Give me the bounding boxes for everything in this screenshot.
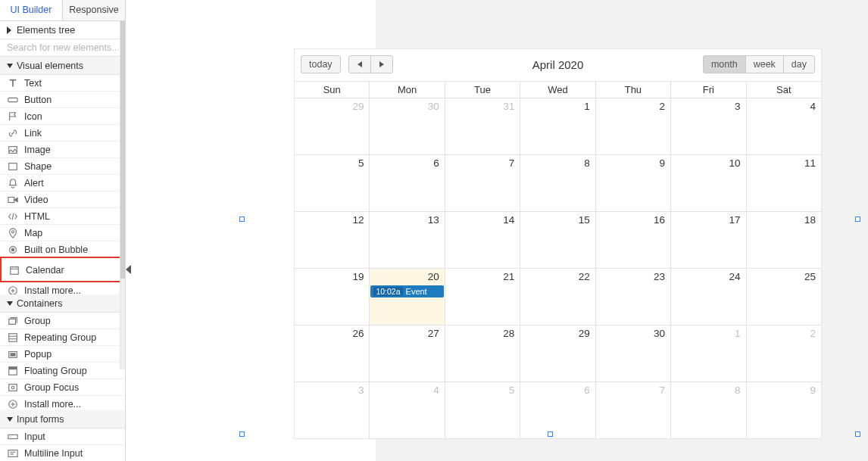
calendar-day-cell[interactable]: 15 (520, 212, 595, 268)
selection-handle[interactable] (239, 216, 245, 222)
selection-handle[interactable] (855, 216, 860, 222)
day-number: 24 (729, 271, 741, 282)
day-number: 1 (584, 101, 590, 112)
next-button[interactable] (370, 55, 393, 73)
section-label: Containers (17, 298, 62, 309)
palette-item-group-focus[interactable]: Group Focus (0, 379, 125, 396)
tab-responsive[interactable]: Responsive (63, 0, 125, 20)
calendar-day-cell[interactable]: 7 (595, 382, 670, 438)
calendar-day-cell[interactable]: 16 (595, 212, 670, 268)
calendar-day-cell[interactable]: 4 (369, 382, 444, 438)
calendar-day-cell[interactable]: 26 (295, 326, 369, 382)
view-day-button[interactable]: day (783, 55, 815, 73)
palette-item-group[interactable]: Group (0, 313, 125, 329)
today-button[interactable]: today (301, 55, 341, 73)
calendar-day-cell[interactable]: 27 (369, 326, 444, 382)
calendar-day-cell[interactable]: 2 (746, 326, 821, 382)
calendar-day-cell[interactable]: 1 (520, 98, 595, 154)
palette-item-install-more-[interactable]: Install more... (0, 282, 125, 294)
calendar-day-cell[interactable]: 28 (445, 326, 520, 382)
calendar-day-cell[interactable]: 2010:02aEvent (369, 269, 444, 325)
scrollbar-thumb[interactable] (120, 21, 125, 279)
prev-button[interactable] (348, 55, 371, 73)
calendar-day-cell[interactable]: 24 (670, 269, 745, 325)
scrollbar[interactable] (120, 21, 125, 369)
calendar-day-cell[interactable]: 25 (746, 269, 821, 325)
calendar-day-cell[interactable]: 6 (520, 382, 595, 438)
calendar-day-cell[interactable]: 23 (595, 269, 670, 325)
palette-item-multiline-input[interactable]: Multiline Input (0, 445, 125, 461)
calendar-day-cell[interactable]: 10 (670, 155, 745, 211)
palette-item-popup[interactable]: Popup (0, 346, 125, 363)
calendar-day-cell[interactable]: 9 (746, 382, 821, 438)
calendar-day-cell[interactable]: 6 (369, 155, 444, 211)
palette-item-label: Shape (24, 161, 52, 172)
calendar-day-cell[interactable]: 29 (295, 98, 369, 154)
editor-canvas[interactable]: today April 2020 month week day SunMonTu… (126, 0, 868, 461)
palette-item-image[interactable]: Image (0, 142, 125, 158)
section-input-forms[interactable]: Input forms (0, 410, 125, 428)
selection-handle[interactable] (548, 431, 553, 437)
calendar-day-cell[interactable]: 1 (670, 326, 745, 382)
palette-item-input[interactable]: Input (0, 428, 125, 445)
calendar-day-cell[interactable]: 29 (520, 326, 595, 382)
calendar-day-cell[interactable]: 5 (445, 382, 520, 438)
tab-ui-builder[interactable]: UI Builder (0, 0, 63, 20)
palette-item-shape[interactable]: Shape (0, 158, 125, 175)
section-visual-elements[interactable]: Visual elements (0, 57, 125, 75)
elements-tree-toggle[interactable]: Elements tree (0, 21, 125, 39)
calendar-day-cell[interactable]: 3 (295, 382, 369, 438)
calendar-day-cell[interactable]: 12 (295, 212, 369, 268)
day-number: 18 (804, 214, 816, 226)
calendar-day-cell[interactable]: 17 (670, 212, 745, 268)
calendar-day-cell[interactable]: 18 (746, 212, 821, 268)
selection-handle[interactable] (239, 431, 245, 437)
day-number: 16 (654, 214, 665, 226)
palette-item-icon[interactable]: Icon (0, 108, 125, 125)
calendar-day-cell[interactable]: 8 (670, 382, 745, 438)
elements-tree-label: Elements tree (17, 25, 75, 36)
palette-item-map[interactable]: Map (0, 225, 125, 241)
palette-item-calendar[interactable]: Calendar (0, 257, 125, 282)
palette-item-built-on-bubble[interactable]: Built on Bubble (0, 241, 125, 258)
calendar-day-cell[interactable]: 3 (670, 98, 745, 154)
calendar-element[interactable]: today April 2020 month week day SunMonTu… (294, 48, 822, 439)
day-number: 30 (654, 328, 665, 339)
calendar-day-cell[interactable]: 11 (746, 155, 821, 211)
palette-item-button[interactable]: Button (0, 92, 125, 108)
visual-elements-list: TextButtonIconLinkImageShapeAlertVideoHT… (0, 75, 125, 294)
section-containers[interactable]: Containers (0, 294, 125, 313)
view-month-button[interactable]: month (703, 55, 746, 73)
calendar-day-cell[interactable]: 19 (295, 269, 369, 325)
calendar-day-cell[interactable]: 4 (746, 98, 821, 154)
palette-item-repeating-group[interactable]: Repeating Group (0, 329, 125, 346)
calendar-day-cell[interactable]: 8 (520, 155, 595, 211)
view-week-button[interactable]: week (745, 55, 784, 73)
palette-item-link[interactable]: Link (0, 125, 125, 142)
calendar-day-cell[interactable]: 30 (369, 98, 444, 154)
calendar-day-cell[interactable]: 21 (445, 269, 520, 325)
search-input[interactable] (0, 39, 125, 57)
panel-collapse-handle[interactable] (126, 265, 131, 274)
calendar-day-cell[interactable]: 13 (369, 212, 444, 268)
palette-item-floating-group[interactable]: Floating Group (0, 363, 125, 379)
palette-item-label: Install more... (24, 285, 81, 294)
palette-item-video[interactable]: Video (0, 192, 125, 208)
palette-item-label: Repeating Group (24, 332, 96, 343)
calendar-day-cell[interactable]: 9 (595, 155, 670, 211)
palette-item-alert[interactable]: Alert (0, 175, 125, 192)
calendar-day-cell[interactable]: 2 (595, 98, 670, 154)
calendar-day-cell[interactable]: 31 (445, 98, 520, 154)
palette-item-text[interactable]: Text (0, 75, 125, 92)
calendar-day-cell[interactable]: 22 (520, 269, 595, 325)
calendar-day-cell[interactable]: 14 (445, 212, 520, 268)
calendar-day-cell[interactable]: 5 (295, 155, 369, 211)
day-number: 26 (352, 328, 364, 339)
calendar-event[interactable]: 10:02aEvent (370, 285, 443, 297)
calendar-day-cell[interactable]: 30 (595, 326, 670, 382)
palette-item-install-more-[interactable]: Install more... (0, 396, 125, 410)
repeat-icon (7, 332, 18, 343)
selection-handle[interactable] (855, 431, 860, 437)
palette-item-html[interactable]: HTML (0, 208, 125, 225)
calendar-day-cell[interactable]: 7 (445, 155, 520, 211)
